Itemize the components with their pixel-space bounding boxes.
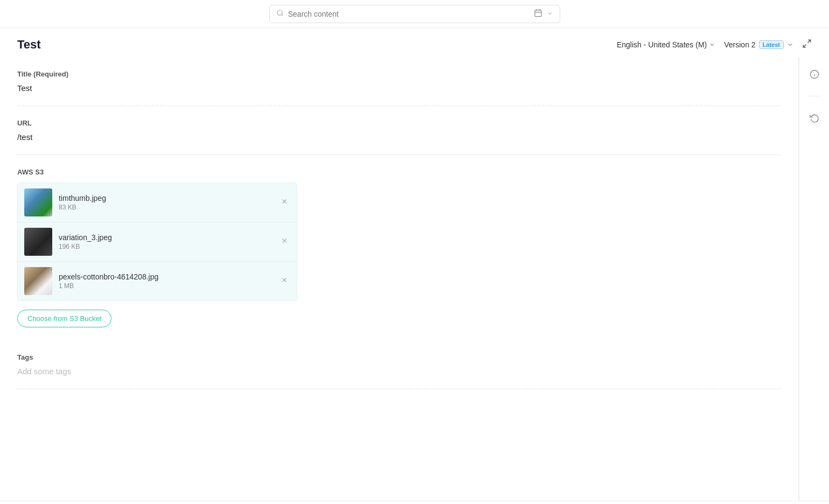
language-label: English - United States (M) — [617, 40, 707, 49]
bottom-bar: Save Publish — [0, 501, 829, 504]
top-bar — [0, 0, 829, 28]
file-thumbnail — [24, 188, 52, 216]
file-size: 83 KB — [59, 204, 272, 211]
aws-s3-section: AWS S3 timthumb.jpeg 83 KB — [17, 155, 781, 340]
file-thumbnail — [24, 228, 52, 256]
file-name: variation_3.jpeg — [59, 233, 272, 242]
file-name: pexels-cottonbro-4614208.jpg — [59, 272, 272, 281]
remove-file-button[interactable] — [278, 274, 290, 288]
file-size: 1 MB — [59, 282, 272, 290]
tags-label: Tags — [17, 353, 781, 361]
search-wrapper — [269, 5, 560, 23]
url-value[interactable]: /test — [17, 132, 781, 142]
remove-file-button[interactable] — [278, 195, 290, 209]
sidebar-divider — [808, 96, 821, 96]
right-sidebar — [799, 57, 829, 501]
url-section: URL /test — [17, 106, 781, 155]
history-icon[interactable] — [806, 109, 823, 127]
header-right: English - United States (M) Version 2 La… — [617, 39, 812, 51]
main-content: Title (Required) Test URL /test AWS S3 t… — [0, 57, 829, 501]
info-icon[interactable] — [806, 66, 823, 83]
version-selector[interactable]: Version 2 Latest — [724, 40, 793, 49]
page-title: Test — [17, 38, 41, 52]
search-input[interactable] — [288, 10, 530, 18]
svg-point-0 — [277, 10, 282, 15]
file-info: timthumb.jpeg 83 KB — [59, 194, 272, 211]
expand-icon[interactable] — [802, 39, 812, 51]
version-badge: Latest — [759, 40, 784, 49]
file-info: pexels-cottonbro-4614208.jpg 1 MB — [59, 272, 272, 290]
title-label: Title (Required) — [17, 70, 781, 78]
file-name: timthumb.jpeg — [59, 194, 272, 202]
file-item: timthumb.jpeg 83 KB — [18, 183, 297, 222]
file-list: timthumb.jpeg 83 KB variation_3.jpeg 196 — [17, 183, 297, 301]
choose-s3-bucket-button[interactable]: Choose from S3 Bucket — [17, 310, 112, 327]
tags-placeholder[interactable]: Add some tags — [17, 367, 781, 376]
remove-file-button[interactable] — [278, 235, 290, 249]
svg-line-1 — [281, 14, 283, 16]
editor-area: Title (Required) Test URL /test AWS S3 t… — [0, 57, 799, 501]
svg-rect-2 — [535, 10, 541, 16]
file-size: 196 KB — [59, 243, 272, 250]
search-icon — [276, 9, 284, 19]
svg-line-6 — [808, 40, 811, 43]
version-label: Version 2 — [724, 40, 755, 49]
file-item: pexels-cottonbro-4614208.jpg 1 MB — [18, 262, 297, 300]
calendar-icon[interactable] — [534, 9, 542, 19]
page-header: Test English - United States (M) Version… — [0, 28, 829, 57]
title-value[interactable]: Test — [17, 83, 781, 93]
title-section: Title (Required) Test — [17, 57, 781, 106]
language-chevron-down-icon — [709, 41, 715, 48]
url-label: URL — [17, 119, 781, 127]
search-chevron-down-icon[interactable] — [547, 9, 553, 19]
language-selector[interactable]: English - United States (M) — [617, 40, 715, 49]
aws-s3-label: AWS S3 — [17, 168, 781, 176]
tags-section: Tags Add some tags — [17, 340, 781, 389]
file-thumbnail — [24, 267, 52, 295]
file-info: variation_3.jpeg 196 KB — [59, 233, 272, 250]
version-chevron-down-icon — [787, 41, 793, 48]
file-item: variation_3.jpeg 196 KB — [18, 222, 297, 262]
svg-line-7 — [803, 45, 806, 47]
